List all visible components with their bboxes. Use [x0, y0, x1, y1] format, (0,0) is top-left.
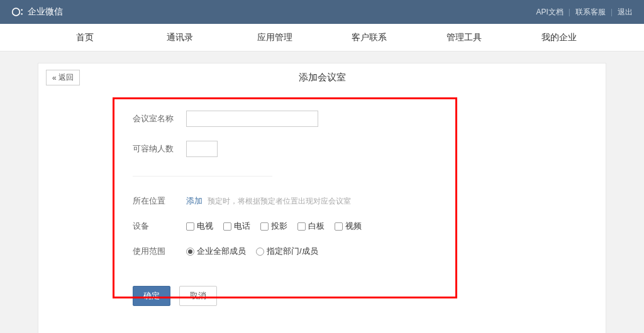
cancel-button[interactable]: 取消: [179, 286, 217, 306]
checkbox-projector[interactable]: 投影: [260, 221, 287, 232]
checkbox-label: 白板: [308, 221, 325, 232]
radio-icon: [186, 248, 194, 256]
row-room-name: 会议室名称: [133, 111, 606, 127]
nav-tools[interactable]: 管理工具: [417, 32, 512, 43]
brand: 企业微信: [11, 6, 63, 18]
top-bar: 企业微信 API文档 | 联系客服 | 退出: [0, 0, 644, 24]
checkbox-tv[interactable]: 电视: [186, 221, 213, 232]
checkbox-label: 投影: [271, 221, 287, 232]
nav-mycompany[interactable]: 我的企业: [511, 32, 606, 43]
row-location: 所在位置 添加 预定时，将根据预定者位置出现对应会议室: [133, 195, 606, 207]
radio-label: 企业全部成员: [197, 246, 246, 257]
checkbox-video[interactable]: 视频: [335, 221, 362, 232]
main-nav: 首页 通讯录 应用管理 客户联系 管理工具 我的企业: [0, 24, 644, 52]
checkbox-icon: [335, 222, 343, 231]
label-equipment: 设备: [133, 221, 186, 232]
link-logout[interactable]: 退出: [618, 7, 633, 18]
panel: « 返回 添加会议室 会议室名称 可容纳人数 所在位置 添加 预定时，将根据预定…: [38, 63, 606, 333]
nav-customers[interactable]: 客户联系: [322, 32, 417, 43]
form: 会议室名称 可容纳人数 所在位置 添加 预定时，将根据预定者位置出现对应会议室 …: [38, 92, 606, 306]
checkbox-phone[interactable]: 电话: [223, 221, 250, 232]
nav-apps[interactable]: 应用管理: [227, 32, 322, 43]
label-scope: 使用范围: [133, 246, 186, 257]
checkbox-label: 视频: [345, 221, 362, 232]
room-name-input[interactable]: [186, 111, 318, 127]
link-contact-support[interactable]: 联系客服: [575, 7, 606, 18]
radio-scope-all[interactable]: 企业全部成员: [186, 246, 246, 257]
svg-point-0: [13, 8, 20, 16]
link-api-docs[interactable]: API文档: [536, 7, 563, 18]
scope-group: 企业全部成员 指定部门/成员: [186, 246, 318, 257]
separator: |: [569, 8, 570, 16]
equipment-group: 电视 电话 投影 白板: [186, 221, 362, 232]
label-room-name: 会议室名称: [133, 113, 186, 124]
separator: |: [611, 8, 613, 16]
button-row: 确定 取消: [133, 286, 606, 306]
add-location-link[interactable]: 添加: [186, 195, 203, 207]
back-button[interactable]: « 返回: [46, 70, 80, 85]
brand-name: 企业微信: [28, 6, 63, 18]
svg-point-1: [21, 9, 22, 11]
location-hint: 预定时，将根据预定者位置出现对应会议室: [208, 196, 351, 207]
row-scope: 使用范围 企业全部成员 指定部门/成员: [133, 246, 606, 257]
brand-icon: [11, 6, 24, 18]
radio-scope-specific[interactable]: 指定部门/成员: [256, 246, 318, 257]
nav-contacts[interactable]: 通讯录: [133, 32, 228, 43]
checkbox-icon: [260, 222, 269, 231]
label-location: 所在位置: [133, 195, 186, 207]
checkbox-icon: [223, 222, 231, 231]
chevron-left-icon: «: [52, 74, 57, 82]
nav-home[interactable]: 首页: [38, 32, 133, 43]
label-capacity: 可容纳人数: [133, 143, 186, 155]
top-links: API文档 | 联系客服 | 退出: [536, 7, 633, 18]
back-label: 返回: [58, 72, 74, 83]
checkbox-label: 电视: [197, 221, 213, 232]
capacity-input[interactable]: [186, 141, 218, 157]
svg-point-2: [21, 13, 22, 15]
row-capacity: 可容纳人数: [133, 141, 606, 157]
panel-header: « 返回 添加会议室: [38, 63, 606, 92]
confirm-button[interactable]: 确定: [133, 286, 170, 306]
row-equipment: 设备 电视 电话 投影 白板: [133, 221, 606, 232]
panel-title: 添加会议室: [299, 72, 346, 84]
checkbox-label: 电话: [234, 221, 250, 232]
divider: [133, 176, 272, 177]
radio-label: 指定部门/成员: [267, 246, 318, 257]
radio-icon: [256, 248, 264, 256]
checkbox-icon: [297, 222, 306, 231]
checkbox-whiteboard[interactable]: 白板: [297, 221, 325, 232]
checkbox-icon: [186, 222, 194, 231]
